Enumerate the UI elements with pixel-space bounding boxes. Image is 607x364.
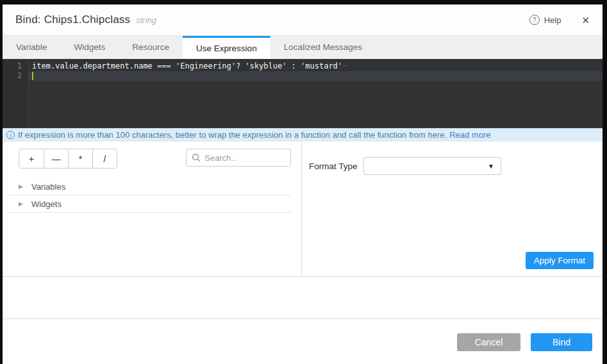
- bind-dialog: Bind: Chips1.Chipclass string ? Help ✕ V…: [0, 0, 607, 364]
- dialog-footer: Cancel Bind: [3, 318, 603, 364]
- search-icon: [192, 153, 201, 162]
- tree-item-label: Widgets: [31, 199, 62, 209]
- format-type-dropdown[interactable]: ▼: [363, 157, 501, 175]
- close-icon[interactable]: ✕: [581, 15, 590, 25]
- eol-marker: ¬: [342, 62, 347, 70]
- dialog-header: Bind: Chips1.Chipclass string ? Help ✕: [3, 4, 603, 36]
- divide-operator-button[interactable]: /: [92, 149, 117, 168]
- expression-editor[interactable]: 1 2 item.value.department.name === 'Engi…: [3, 59, 603, 128]
- chevron-right-icon[interactable]: ▶: [19, 183, 23, 190]
- read-more-link[interactable]: Read more: [449, 130, 490, 140]
- header-actions: ? Help ✕: [529, 15, 590, 25]
- operator-button-group: + — * /: [19, 149, 117, 169]
- multiply-operator-button[interactable]: *: [68, 149, 92, 168]
- chevron-right-icon[interactable]: ▶: [19, 201, 23, 207]
- editor-line-numbers: 1 2: [3, 59, 29, 128]
- sources-toolbar: + — * /: [3, 142, 301, 169]
- page-title: Bind: Chips1.Chipclass: [15, 13, 130, 26]
- format-type-label: Format Type: [309, 161, 363, 171]
- search-field: [186, 149, 291, 167]
- bind-button[interactable]: Bind: [531, 333, 592, 351]
- bind-source-tree: ▶ Variables ▶ Widgets: [3, 178, 301, 213]
- hint-text: If expression is more than 100 character…: [18, 130, 447, 140]
- expression-hint-bar: i If expression is more than 100 charact…: [3, 128, 603, 142]
- line-number: 2: [3, 71, 22, 81]
- help-button[interactable]: ? Help: [529, 15, 561, 25]
- chevron-down-icon: ▼: [488, 163, 494, 170]
- property-type-badge: string: [136, 15, 156, 25]
- minus-operator-button[interactable]: —: [44, 149, 68, 168]
- format-type-row: Format Type ▼: [309, 157, 603, 175]
- apply-format-button[interactable]: Apply Format: [526, 252, 594, 269]
- help-label: Help: [544, 15, 561, 25]
- tree-item-widgets[interactable]: ▶ Widgets: [9, 195, 291, 213]
- tab-widgets[interactable]: Widgets: [61, 36, 119, 59]
- editor-code-area[interactable]: item.value.department.name === 'Engineer…: [29, 59, 603, 128]
- tab-use-expression[interactable]: Use Expression: [183, 36, 270, 59]
- expression-text: item.value.department.name === 'Engineer…: [32, 62, 342, 70]
- tab-bar: Variable Widgets Resource Use Expression…: [3, 36, 603, 59]
- code-line-1: item.value.department.name === 'Engineer…: [29, 62, 603, 71]
- main-area: + — * / ▶ Variables: [3, 142, 603, 277]
- info-icon: i: [6, 131, 15, 139]
- tab-variable[interactable]: Variable: [3, 36, 61, 59]
- tab-resource[interactable]: Resource: [119, 36, 183, 59]
- tree-item-label: Variables: [31, 182, 65, 192]
- text-cursor: [32, 72, 33, 80]
- code-line-2: [29, 71, 603, 81]
- sources-panel: + — * / ▶ Variables: [3, 142, 302, 276]
- line-number: 1: [3, 62, 22, 71]
- tree-item-variables[interactable]: ▶ Variables: [9, 178, 291, 195]
- cancel-button[interactable]: Cancel: [457, 333, 520, 351]
- tab-localized-messages[interactable]: Localized Messages: [270, 36, 376, 59]
- empty-region: [3, 277, 603, 318]
- help-icon: ?: [529, 15, 540, 25]
- plus-operator-button[interactable]: +: [19, 149, 44, 168]
- format-panel: Format Type ▼ Apply Format: [302, 142, 603, 276]
- search-input[interactable]: [204, 153, 285, 163]
